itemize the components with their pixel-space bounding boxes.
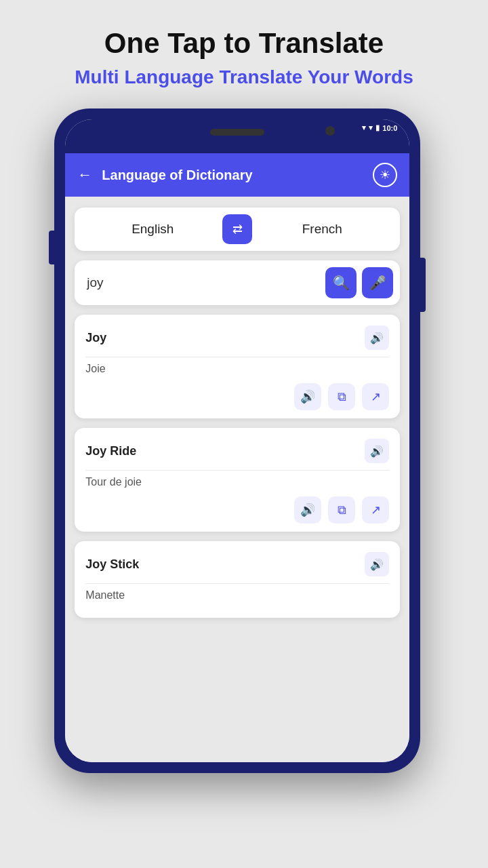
app-header: ← Language of Dictionary ☀ xyxy=(65,153,409,197)
translation-sound-button-1[interactable]: 🔊 xyxy=(294,383,321,410)
phone-top-bar: ▾ ▾ ▮ 10:0 xyxy=(65,119,409,153)
search-bar: joy 🔍 🎤 xyxy=(75,260,400,305)
phone-speaker xyxy=(210,129,264,136)
share-button-1[interactable]: ↗ xyxy=(362,383,389,410)
phone-mockup: ▾ ▾ ▮ 10:0 ← Language of Dictionary ☀ En… xyxy=(54,108,420,773)
card-divider-1 xyxy=(85,357,389,357)
app-body: English ⇄ French joy 🔍 🎤 xyxy=(65,197,409,762)
battery-icon: ▮ xyxy=(375,123,380,132)
search-button[interactable]: 🔍 xyxy=(325,267,357,298)
translation-word-3: Manette xyxy=(85,589,389,601)
translation-sound-button-2[interactable]: 🔊 xyxy=(294,496,321,524)
card-divider-3 xyxy=(85,583,389,584)
brightness-button[interactable]: ☀ xyxy=(373,163,397,187)
translation-card-3: Joy Stick 🔊 Manette xyxy=(75,541,400,618)
translation-card-2: Joy Ride 🔊 Tour de joie 🔊 ⧉ ↗ xyxy=(75,428,400,532)
wifi-icon: ▾ xyxy=(362,123,366,132)
share-button-2[interactable]: ↗ xyxy=(362,496,389,524)
source-sound-button-2[interactable]: 🔊 xyxy=(365,439,389,463)
page-header: One Tap to Translate Multi Language Tran… xyxy=(54,0,433,102)
app-title: Language of Dictionary xyxy=(102,167,252,183)
mic-button[interactable]: 🎤 xyxy=(362,267,393,298)
header-left: ← Language of Dictionary xyxy=(77,166,252,184)
status-time: 10:0 xyxy=(382,124,397,132)
card-actions-2: 🔊 ⧉ ↗ xyxy=(85,496,389,524)
phone-camera xyxy=(325,126,335,136)
page-wrapper: One Tap to Translate Multi Language Tran… xyxy=(54,0,433,773)
source-word-3: Joy Stick xyxy=(85,557,139,572)
page-subtitle: Multi Language Translate Your Words xyxy=(75,66,413,88)
target-language[interactable]: French xyxy=(252,216,392,242)
search-input-display[interactable]: joy xyxy=(81,271,320,294)
source-sound-button-3[interactable]: 🔊 xyxy=(365,552,389,576)
back-button[interactable]: ← xyxy=(77,166,92,184)
source-word-1: Joy xyxy=(85,331,106,345)
card-source-row-1: Joy 🔊 xyxy=(85,326,389,350)
phone-screen: ▾ ▾ ▮ 10:0 ← Language of Dictionary ☀ En… xyxy=(65,119,409,762)
copy-button-2[interactable]: ⧉ xyxy=(328,496,355,524)
source-language[interactable]: English xyxy=(83,216,222,242)
mic-icon: 🎤 xyxy=(369,275,386,291)
translation-word-2: Tour de joie xyxy=(85,476,389,488)
search-icon: 🔍 xyxy=(333,275,350,291)
translation-card-1: Joy 🔊 Joie 🔊 ⧉ ↗ xyxy=(75,315,400,418)
card-source-row-2: Joy Ride 🔊 xyxy=(85,439,389,463)
signal-icon: ▾ xyxy=(369,123,373,132)
translation-word-1: Joie xyxy=(85,363,389,375)
page-title: One Tap to Translate xyxy=(75,27,413,60)
card-source-row-3: Joy Stick 🔊 xyxy=(85,552,389,576)
card-actions-1: 🔊 ⧉ ↗ xyxy=(85,383,389,410)
copy-button-1[interactable]: ⧉ xyxy=(328,383,355,410)
source-word-2: Joy Ride xyxy=(85,444,136,458)
status-bar: ▾ ▾ ▮ 10:0 xyxy=(362,123,397,132)
swap-languages-button[interactable]: ⇄ xyxy=(222,214,252,244)
card-divider-2 xyxy=(85,470,389,471)
source-sound-button-1[interactable]: 🔊 xyxy=(365,326,389,350)
language-selector: English ⇄ French xyxy=(75,208,400,251)
